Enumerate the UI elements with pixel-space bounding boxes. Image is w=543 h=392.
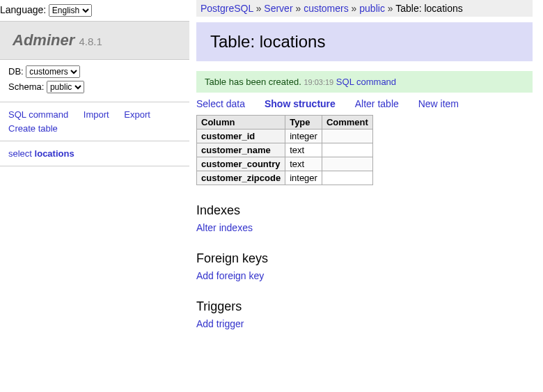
triggers-heading: Triggers <box>196 299 533 314</box>
table-row: customer_idinteger <box>197 130 373 143</box>
column-comment <box>322 171 372 185</box>
message-text: Table has been created. <box>205 77 301 87</box>
column-name: customer_country <box>197 157 285 171</box>
language-select[interactable]: English <box>49 4 92 17</box>
export-link[interactable]: Export <box>124 108 150 122</box>
table-row: customer_nametext <box>197 143 373 157</box>
add-trigger-link[interactable]: Add trigger <box>196 318 244 329</box>
column-type: integer <box>285 130 322 143</box>
crumb-server[interactable]: Server <box>264 3 292 14</box>
table-row: customer_countrytext <box>197 157 373 171</box>
column-comment <box>322 157 372 171</box>
db-select[interactable]: customers <box>26 65 80 78</box>
col-header-comment: Comment <box>322 116 372 130</box>
create-table-link[interactable]: Create table <box>8 122 58 136</box>
column-type: integer <box>285 171 322 185</box>
message-sql-link[interactable]: SQL command <box>336 77 396 87</box>
column-name: customer_zipcode <box>197 171 285 185</box>
column-type: text <box>285 157 322 171</box>
language-label: Language: <box>0 4 46 15</box>
sql-command-link[interactable]: SQL command <box>8 108 68 122</box>
tab-show-structure[interactable]: Show structure <box>265 98 336 109</box>
crumb-postgresql[interactable]: PostgreSQL <box>200 3 253 14</box>
app-version: 4.8.1 <box>79 36 102 47</box>
table-entry-name: locations <box>35 148 74 159</box>
table-entry-locations[interactable]: select locations <box>8 148 74 159</box>
tab-new-item[interactable]: New item <box>418 98 459 109</box>
column-comment <box>322 130 372 143</box>
crumb-current: Table: locations <box>395 3 463 14</box>
foreign-keys-heading: Foreign keys <box>196 251 533 266</box>
app-name: Adminer <box>13 31 74 49</box>
tab-select-data[interactable]: Select data <box>196 98 245 109</box>
col-header-column: Column <box>197 116 285 130</box>
indexes-heading: Indexes <box>196 203 533 218</box>
status-message: Table has been created. 19:03:19 SQL com… <box>196 71 533 93</box>
add-foreign-key-link[interactable]: Add foreign key <box>196 270 264 281</box>
schema-label: Schema: <box>8 81 44 92</box>
crumb-db[interactable]: customers <box>304 3 349 14</box>
col-header-type: Type <box>285 116 322 130</box>
alter-indexes-link[interactable]: Alter indexes <box>196 222 253 233</box>
table-entry-prefix: select <box>8 148 35 159</box>
app-logo[interactable]: Adminer 4.8.1 <box>13 31 102 49</box>
import-link[interactable]: Import <box>84 108 109 122</box>
column-name: customer_name <box>197 143 285 157</box>
db-label: DB: <box>8 66 24 77</box>
page-title: Table: locations <box>196 22 533 61</box>
table-row: customer_zipcodeinteger <box>197 171 373 185</box>
message-timestamp: 19:03:19 <box>304 78 333 86</box>
column-comment <box>322 143 372 157</box>
column-type: text <box>285 143 322 157</box>
schema-select[interactable]: public <box>47 81 84 93</box>
columns-table: Column Type Comment customer_idintegercu… <box>196 115 373 185</box>
tab-alter-table[interactable]: Alter table <box>355 98 399 109</box>
crumb-schema[interactable]: public <box>359 3 385 14</box>
column-name: customer_id <box>197 130 285 143</box>
breadcrumb: PostgreSQL » Server » customers » public… <box>196 0 533 17</box>
